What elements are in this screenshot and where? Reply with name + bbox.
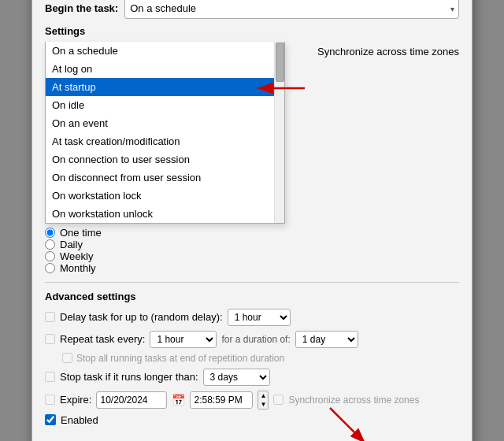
for-duration-label: for a duration of: <box>221 334 290 345</box>
dropdown-open-area: On a schedule At log on At startup On id… <box>45 42 459 224</box>
begin-task-label: Begin the task: <box>45 2 118 14</box>
delay-task-row: Delay task for up to (random delay): 1 h… <box>45 309 459 326</box>
begin-task-dropdown-container: On a schedule ▾ <box>124 0 459 19</box>
dropdown-item-at-creation[interactable]: At task creation/modification <box>46 132 284 150</box>
repeat-task-label: Repeat task every: <box>60 333 145 345</box>
advanced-settings: Advanced settings Delay task for up to (… <box>45 291 459 426</box>
radio-weekly-label: Weekly <box>60 250 93 262</box>
begin-task-row: Begin the task: On a schedule ▾ <box>45 0 459 19</box>
sync-label: Synchronize across time zones <box>317 46 459 57</box>
spinner-up[interactable]: ▲ <box>258 391 268 400</box>
radio-group: One time Daily Weekly Monthly <box>45 227 459 274</box>
dropdown-item-on-connection[interactable]: On connection to user session <box>46 150 284 169</box>
stop-task-row: Stop task if it runs longer than: 3 days <box>45 369 459 386</box>
radio-daily: Daily <box>45 239 459 250</box>
dropdown-list: On a schedule At log on At startup On id… <box>45 42 285 224</box>
stop-task-label: Stop task if it runs longer than: <box>60 371 198 383</box>
delay-task-select[interactable]: 1 hour <box>228 309 291 326</box>
dialog-body: Begin the task: On a schedule ▾ Settings… <box>32 0 472 441</box>
stop-all-label: Stop all running tasks at end of repetit… <box>76 353 284 364</box>
repeat-task-select[interactable]: 1 hour <box>150 331 217 348</box>
enabled-label: Enabled <box>61 414 98 426</box>
dropdown-item-on-event[interactable]: On an event <box>46 114 284 132</box>
expire-sync-label: Synchronize across time zones <box>288 395 419 406</box>
stop-task-checkbox[interactable] <box>45 372 55 382</box>
radio-one-time-label: One time <box>60 227 102 239</box>
expire-date-input[interactable] <box>96 391 167 409</box>
repeat-task-checkbox[interactable] <box>45 334 55 344</box>
radio-daily-label: Daily <box>60 239 83 250</box>
radio-daily-input[interactable] <box>45 239 55 250</box>
delay-task-checkbox[interactable] <box>45 312 55 322</box>
expire-sync-checkbox[interactable] <box>273 395 284 405</box>
dropdown-item-on-idle[interactable]: On idle <box>46 96 284 114</box>
dropdown-scrollbar[interactable] <box>274 42 284 223</box>
scrollbar-thumb <box>276 43 284 82</box>
radio-one-time-input[interactable] <box>45 228 55 238</box>
expire-checkbox[interactable] <box>45 395 55 405</box>
dropdown-item-on-schedule[interactable]: On a schedule <box>46 42 284 60</box>
dropdown-item-at-startup[interactable]: At startup <box>46 78 284 96</box>
spinner-down[interactable]: ▼ <box>258 400 268 409</box>
delay-task-label: Delay task for up to (random delay): <box>60 311 223 323</box>
expire-row: Expire: 📅 ▲ ▼ Synchronize across time zo… <box>45 391 459 410</box>
dropdown-item-on-workstation-lock[interactable]: On workstation lock <box>46 187 284 205</box>
dropdown-item-on-disconnect[interactable]: On disconnect from user session <box>46 169 284 187</box>
for-duration-select[interactable]: 1 day <box>295 331 358 348</box>
radio-monthly-input[interactable] <box>45 263 55 273</box>
radio-one-time: One time <box>45 227 459 239</box>
begin-task-select[interactable]: On a schedule <box>124 0 459 19</box>
stop-all-checkbox[interactable] <box>62 353 72 363</box>
radio-monthly: Monthly <box>45 262 459 274</box>
main-content-area: Settings On a schedule At log on At star… <box>45 25 459 274</box>
dropdown-item-on-workstation-unlock[interactable]: On workstation unlock <box>46 205 284 223</box>
new-trigger-dialog: New Trigger ✕ Begin the task: On a sched… <box>32 0 472 441</box>
radio-weekly-input[interactable] <box>45 251 55 261</box>
time-spinner[interactable]: ▲ ▼ <box>258 391 269 410</box>
calendar-icon[interactable]: 📅 <box>172 394 185 406</box>
dropdown-item-at-log-on[interactable]: At log on <box>46 60 284 78</box>
expire-time-input[interactable] <box>190 391 253 409</box>
stop-all-row: Stop all running tasks at end of repetit… <box>62 353 459 364</box>
settings-block: Settings On a schedule At log on At star… <box>45 25 459 274</box>
radio-monthly-label: Monthly <box>60 262 96 274</box>
advanced-label: Advanced settings <box>45 291 459 302</box>
stop-task-select[interactable]: 3 days <box>203 369 270 386</box>
settings-label: Settings <box>45 25 459 37</box>
enabled-checkbox[interactable] <box>45 414 56 425</box>
divider <box>45 282 459 283</box>
enabled-row: Enabled <box>45 414 459 426</box>
expire-label: Expire: <box>60 394 91 406</box>
repeat-task-row: Repeat task every: 1 hour for a duration… <box>45 331 459 348</box>
radio-weekly: Weekly <box>45 250 459 262</box>
